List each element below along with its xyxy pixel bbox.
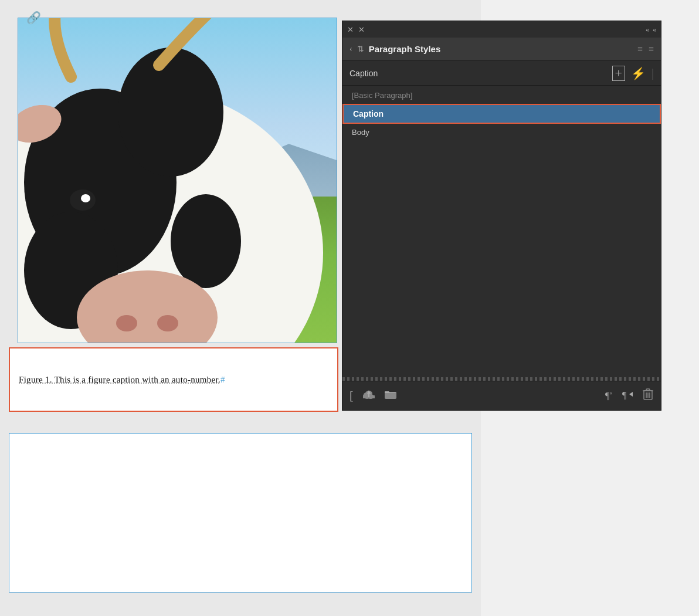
link-icon: 🔗 xyxy=(26,11,41,24)
panel-top-bar: ✕ ✕ « « xyxy=(342,21,661,38)
caption-frame: Figure 1. This is a figure caption with … xyxy=(9,347,338,412)
style-item-caption[interactable]: Caption xyxy=(342,104,661,124)
new-style-button[interactable]: + xyxy=(612,66,625,81)
style-item-body[interactable]: Body xyxy=(342,124,661,141)
paragraph-apply-icon[interactable]: ¶ xyxy=(621,388,634,404)
image-frame xyxy=(18,18,337,343)
paragraph-clear-icon[interactable]: ¶× xyxy=(605,390,613,401)
svg-point-6 xyxy=(116,315,137,331)
cow-svg xyxy=(18,18,337,343)
divider-bar: | xyxy=(652,66,654,80)
link-icon-container: 🔗 xyxy=(26,11,41,25)
folder-icon[interactable] xyxy=(384,389,397,402)
caption-text: Figure 1. This is a figure caption with … xyxy=(19,373,225,387)
chevron-left-2[interactable]: « xyxy=(653,25,656,34)
caption-content: Figure 1. This is a figure caption with … xyxy=(19,375,225,384)
panel-style-actions: + ⚡ | xyxy=(612,66,654,81)
close-button-1[interactable]: ✕ xyxy=(347,26,354,33)
styles-list: [Basic Paragraph] Caption Body xyxy=(342,86,661,377)
lightning-icon[interactable]: ⚡ xyxy=(631,66,646,80)
chevron-left-1[interactable]: « xyxy=(646,25,649,34)
panel-title-left: ‹ ⇅ Paragraph Styles xyxy=(350,44,440,54)
current-style-name: Caption xyxy=(350,69,378,78)
close-button-2[interactable]: ✕ xyxy=(358,26,365,33)
panel-hamburger-icon[interactable]: ≡ xyxy=(649,44,654,55)
cow-image xyxy=(18,18,337,343)
panel-chevrons: « « xyxy=(646,25,656,34)
svg-rect-22 xyxy=(646,389,650,391)
panel-bottom-toolbar: [ ¶× ¶ xyxy=(342,381,661,410)
svg-point-7 xyxy=(157,315,178,331)
panel-nav-arrow[interactable]: ‹ xyxy=(350,45,352,54)
svg-text:¶: ¶ xyxy=(622,390,627,400)
panel-title-icons: ≡ ≡ xyxy=(637,44,654,55)
panel-title-bar: ‹ ⇅ Paragraph Styles ≡ ≡ xyxy=(342,38,661,61)
svg-point-9 xyxy=(81,194,90,202)
panel-title: Paragraph Styles xyxy=(369,44,441,54)
trash-icon[interactable] xyxy=(642,388,654,404)
bracket-icon: [ xyxy=(350,389,354,402)
svg-marker-19 xyxy=(629,392,633,397)
svg-point-4 xyxy=(171,194,241,288)
panel-close-group: ✕ ✕ xyxy=(347,26,365,33)
paragraph-styles-panel: ✕ ✕ « « ‹ ⇅ Paragraph Styles ≡ ≡ Caption… xyxy=(342,21,661,411)
caption-hash: # xyxy=(220,375,225,384)
cloud-icon[interactable] xyxy=(362,389,376,402)
bottom-empty-frame xyxy=(9,433,472,593)
svg-point-2 xyxy=(118,48,223,177)
style-item-basic-paragraph[interactable]: [Basic Paragraph] xyxy=(342,87,661,104)
panel-menu-icon[interactable]: ≡ xyxy=(637,44,643,55)
panel-style-bar: Caption + ⚡ | xyxy=(342,61,661,86)
panel-sort-icon: ⇅ xyxy=(357,44,364,54)
